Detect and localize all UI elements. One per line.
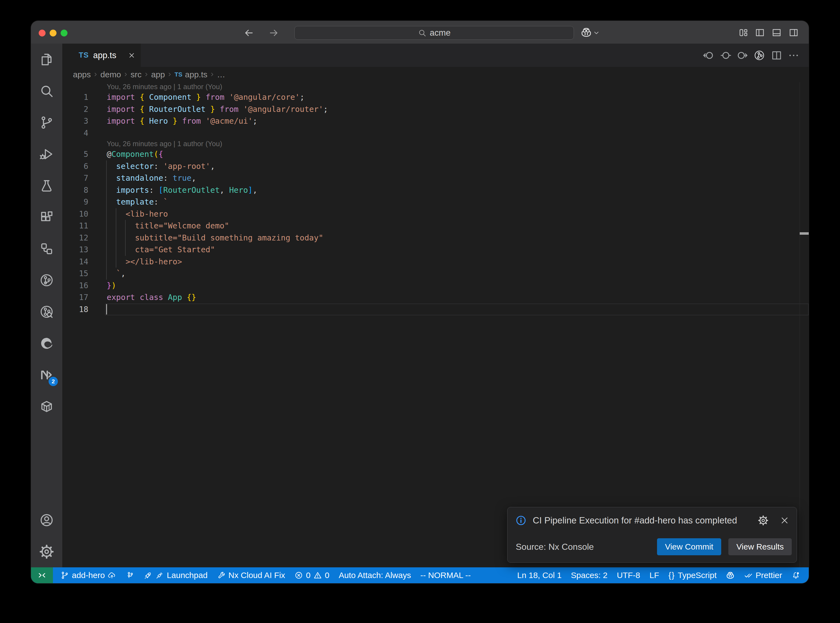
activity-bar-item-testing[interactable] — [31, 170, 62, 201]
breadcrumb-item-app[interactable]: app — [151, 70, 165, 79]
status-bar-item-launchpad[interactable]: Launchpad — [139, 567, 212, 583]
status-bar-item-indentation[interactable]: Spaces: 2 — [566, 567, 612, 583]
edge-icon — [39, 336, 54, 351]
status-label: Auto Attach: Always — [339, 571, 411, 580]
navigate-back-icon[interactable] — [243, 28, 254, 38]
activity-bar-item-run-and-debug[interactable] — [31, 138, 62, 170]
wrench-icon — [217, 571, 226, 580]
minimize-window-button[interactable] — [50, 30, 57, 37]
breadcrumb-item-[interactable]: … — [217, 70, 225, 79]
status-bar-item-problems[interactable]: 00 — [290, 567, 334, 583]
commit-graph-icon[interactable] — [753, 49, 765, 61]
line-number: 18 — [62, 304, 105, 316]
breadcrumb-item-src[interactable]: src — [131, 70, 141, 79]
blame-text: You, 26 minutes ago | 1 author (You) — [62, 139, 222, 148]
chevron-down-icon[interactable] — [593, 29, 600, 37]
tab-app-ts[interactable]: TS app.ts — [62, 44, 141, 67]
toggle-primary-sidebar-icon[interactable] — [755, 28, 765, 38]
window-controls — [39, 30, 68, 37]
typescript-file-icon: TS — [79, 51, 89, 60]
activity-bar-item-accounts[interactable] — [31, 504, 62, 536]
debug-icon — [39, 146, 54, 162]
status-bar-item-notifications[interactable] — [787, 567, 805, 583]
status-bar-item-auto-attach[interactable]: Auto Attach: Always — [334, 567, 416, 583]
activity-bar-item-project-graph[interactable] — [31, 233, 62, 264]
code-line-content: export class App {} — [105, 292, 196, 304]
status-bar-item-branch[interactable]: add-hero — [56, 567, 121, 583]
activity-bar-item-manage[interactable] — [31, 536, 62, 567]
code-line-5: 5@Component({ — [62, 148, 809, 160]
line-number: 13 — [62, 244, 105, 256]
notification-settings-icon[interactable] — [758, 515, 769, 526]
code-line-15: 15 `, — [62, 268, 809, 280]
remote-indicator[interactable] — [31, 567, 53, 583]
toggle-secondary-sidebar-icon[interactable] — [788, 28, 799, 38]
code-line-content: cta="Get Started" — [105, 244, 215, 256]
copilot-icon[interactable] — [580, 27, 592, 38]
zoom-window-button[interactable] — [61, 30, 68, 37]
status-bar-item-cursor-position[interactable]: Ln 18, Col 1 — [513, 567, 566, 583]
status-label: Nx Cloud AI Fix — [229, 571, 285, 580]
status-bar-item-commit-graph[interactable] — [121, 567, 139, 583]
activity-bar-item-search[interactable] — [31, 75, 62, 107]
status-bar-item-nx-cloud-ai-fix[interactable]: Nx Cloud AI Fix — [212, 567, 290, 583]
bell-dot-icon — [791, 571, 800, 580]
braces-icon: {} — [668, 571, 675, 580]
next-change-icon[interactable] — [736, 49, 748, 61]
split-editor-icon[interactable] — [771, 49, 783, 61]
scrollbar-track[interactable] — [800, 82, 809, 567]
git-branch-icon — [60, 571, 69, 580]
editor-code-area[interactable]: You, 26 minutes ago | 1 author (You)1imp… — [62, 82, 809, 567]
activity-bar-item-edge-tools[interactable] — [31, 327, 62, 359]
remote-icon — [37, 571, 47, 580]
breadcrumb-label: app.ts — [185, 70, 207, 79]
activity-bar-item-containers[interactable] — [31, 390, 62, 422]
line-number: 17 — [62, 292, 105, 304]
activity-bar-item-extensions[interactable] — [31, 201, 62, 233]
customize-layout-icon[interactable] — [738, 28, 749, 38]
code-line-6: 6 selector: 'app-root', — [62, 160, 809, 172]
git-blame-codelens[interactable]: You, 26 minutes ago | 1 author (You) — [62, 82, 809, 91]
gear-icon — [39, 544, 54, 559]
activity-bar-item-source-control[interactable] — [31, 107, 62, 138]
chevron-right-icon — [143, 72, 149, 77]
indent-guide — [116, 208, 116, 268]
line-number: 14 — [62, 256, 105, 268]
command-center-search[interactable]: acme — [294, 26, 574, 40]
activity-bar-item-nx-console[interactable]: 2 — [31, 359, 62, 390]
activity-bar-item-explorer[interactable] — [31, 44, 62, 75]
git-blame-codelens[interactable]: You, 26 minutes ago | 1 author (You) — [62, 139, 809, 148]
previous-change-icon[interactable] — [702, 49, 714, 61]
beaker-icon — [39, 178, 54, 193]
breadcrumb-item-demo[interactable]: demo — [100, 70, 121, 79]
close-window-button[interactable] — [39, 30, 46, 37]
view-commit-button[interactable]: View Commit — [657, 538, 721, 555]
status-bar-item-eol[interactable]: LF — [645, 567, 664, 583]
activity-bar-item-gitlens[interactable] — [31, 264, 62, 296]
status-bar-item-language[interactable]: {}TypeScript — [664, 567, 722, 583]
toggle-panel-icon[interactable] — [771, 28, 782, 38]
status-label: -- NORMAL -- — [420, 571, 471, 580]
status-label: add-hero — [72, 571, 105, 580]
status-bar-item-formatter[interactable]: Prettier — [739, 567, 787, 583]
status-bar-item-encoding[interactable]: UTF-8 — [612, 567, 645, 583]
code-line-content: template: ` — [105, 196, 168, 208]
breadcrumb-item-app.ts[interactable]: TSapp.ts — [175, 70, 207, 79]
status-bar-item-vim-mode[interactable]: -- NORMAL -- — [416, 567, 475, 583]
vscode-window: acme 2 TS app.ts — [31, 21, 809, 583]
tab-bar: TS app.ts — [62, 44, 809, 67]
status-bar-item-copilot[interactable] — [721, 567, 739, 583]
open-changes-icon[interactable] — [720, 49, 732, 61]
line-number: 15 — [62, 268, 105, 280]
breadcrumb-item-apps[interactable]: apps — [73, 70, 91, 79]
more-actions-icon[interactable] — [788, 49, 800, 61]
close-tab-icon[interactable] — [128, 52, 135, 59]
code-line-16: 16}) — [62, 280, 809, 292]
notification-close-icon[interactable] — [780, 516, 789, 525]
status-label: Launchpad — [167, 571, 207, 580]
navigate-forward-icon[interactable] — [268, 28, 279, 38]
view-results-button[interactable]: View Results — [728, 538, 792, 555]
activity-bar-item-gitlens-inspect[interactable] — [31, 296, 62, 327]
status-bar: add-heroLaunchpadNx Cloud AI Fix00Auto A… — [31, 567, 809, 583]
files-icon — [39, 52, 54, 67]
